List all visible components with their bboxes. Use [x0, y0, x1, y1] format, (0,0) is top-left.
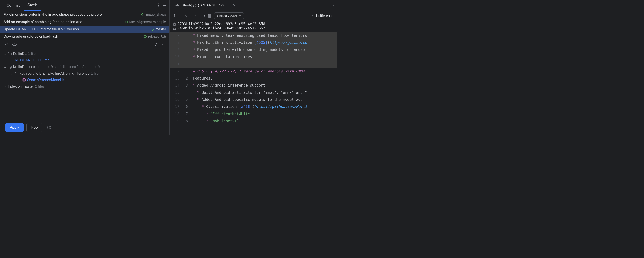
branch-tag: face-alignment-example — [125, 20, 166, 24]
tab-stash[interactable]: Stash — [24, 0, 41, 11]
branch-tag: image_shape — [141, 13, 166, 17]
close-icon[interactable]: ✕ — [233, 3, 236, 8]
editor-tab-bar: Stash@{4}: CHANGELOG.md ✕ — [170, 0, 337, 11]
navigate-icon[interactable] — [4, 43, 8, 47]
edit-icon[interactable] — [184, 14, 188, 18]
layout-icon[interactable] — [208, 14, 212, 18]
commit-row[interactable]: Downgrade gradle-download-task release_0… — [0, 33, 169, 40]
svg-rect-6 — [10, 67, 11, 68]
chevron-down-icon: ⌄ — [4, 65, 6, 69]
commit-message: Fix dimensions order in the image shape … — [4, 13, 139, 17]
svg-point-13 — [334, 7, 334, 7]
tree-folder[interactable]: ⌄ KotlinDL.onnx.commonMain 1 file onnx/s… — [0, 63, 169, 70]
svg-rect-17 — [174, 24, 176, 25]
svg-point-11 — [334, 4, 334, 4]
chevron-right-icon[interactable] — [311, 14, 313, 18]
svg-text:K: K — [24, 79, 25, 81]
diff-count: 1 difference — [316, 14, 334, 18]
commit-list: Fix dimensions order in the image shape … — [0, 11, 169, 40]
tree-folder[interactable]: › Index on master 2 files — [0, 83, 169, 90]
svg-rect-18 — [174, 28, 176, 30]
svg-point-12 — [334, 5, 334, 6]
file-tree: ⌄ KotlinDL 1 file M↓ CHANGELOG.md ⌄ Kotl… — [0, 49, 169, 120]
diff-editor[interactable]: 7* Fixed memory leak ensuring used Tenso… — [170, 32, 337, 135]
folder-icon — [14, 72, 18, 75]
help-icon[interactable] — [47, 125, 51, 130]
apply-button[interactable]: Apply — [5, 123, 24, 132]
commit-message: Add an example of combining face detecti… — [4, 20, 123, 24]
collapse-icon[interactable] — [161, 43, 165, 47]
lock-icon — [173, 27, 176, 30]
editor-tab[interactable]: Stash@{4}: CHANGELOG.md ✕ — [172, 1, 239, 10]
commit-row[interactable]: Add an example of combining face detecti… — [0, 18, 169, 26]
folder-icon — [8, 65, 12, 69]
stash-tabs: Commit Stash — [0, 0, 169, 11]
chevron-down-icon: ⌄ — [4, 51, 6, 56]
tree-file[interactable]: M↓ CHANGELOG.md — [0, 57, 169, 63]
svg-point-4 — [14, 44, 15, 45]
commit-hashes: 2793bffb29f2d0c2e22edc693c3ac95d4ef2e858… — [170, 21, 337, 32]
expand-collapse-icon[interactable] — [155, 43, 158, 47]
button-bar: Apply Pop — [0, 120, 169, 135]
commit-message: Downgrade gradle-download-task — [4, 34, 142, 39]
svg-rect-14 — [208, 15, 211, 18]
viewer-dropdown[interactable]: Unified viewer — [214, 13, 244, 19]
more-icon[interactable] — [334, 4, 334, 7]
branch-tag: master — [151, 27, 166, 31]
next-diff-icon[interactable] — [178, 14, 182, 18]
diff-toolbar: Unified viewer 1 difference — [170, 11, 337, 21]
commit-message: Update CHANGELOG.md for the 0.5.1 versio… — [4, 27, 150, 31]
more-icon[interactable] — [158, 4, 159, 7]
svg-point-2 — [158, 7, 159, 7]
forward-icon[interactable] — [201, 15, 205, 18]
stash-tab-icon — [175, 4, 180, 7]
kotlin-icon: K — [22, 78, 26, 82]
chevron-down-icon: ⌄ — [10, 71, 13, 76]
file-toolbar — [0, 40, 169, 49]
svg-rect-5 — [10, 54, 11, 55]
branch-tag: release_0.5 — [144, 35, 166, 39]
svg-point-1 — [158, 5, 159, 6]
tree-folder[interactable]: ⌄ kotlin/org/jetbrains/kotlinx/dl/onnx/i… — [0, 70, 169, 77]
svg-point-0 — [158, 4, 159, 4]
pop-button[interactable]: Pop — [26, 123, 43, 132]
chevron-right-icon: › — [4, 84, 6, 89]
tree-folder[interactable]: ⌄ KotlinDL 1 file — [0, 50, 169, 57]
preview-icon[interactable] — [12, 43, 17, 46]
commit-row[interactable]: Update CHANGELOG.md for the 0.5.1 versio… — [0, 26, 169, 33]
folder-icon — [8, 52, 12, 55]
back-icon[interactable] — [195, 15, 199, 18]
markdown-icon: M↓ — [16, 59, 19, 62]
svg-point-10 — [49, 128, 49, 128]
minimize-icon[interactable] — [163, 4, 167, 7]
prev-diff-icon[interactable] — [173, 14, 176, 18]
lock-icon — [173, 22, 176, 26]
commit-row[interactable]: Fix dimensions order in the image shape … — [0, 11, 169, 18]
tree-file[interactable]: K OnnxInferenceModel.kt — [0, 77, 169, 83]
tab-commit[interactable]: Commit — [2, 1, 24, 10]
